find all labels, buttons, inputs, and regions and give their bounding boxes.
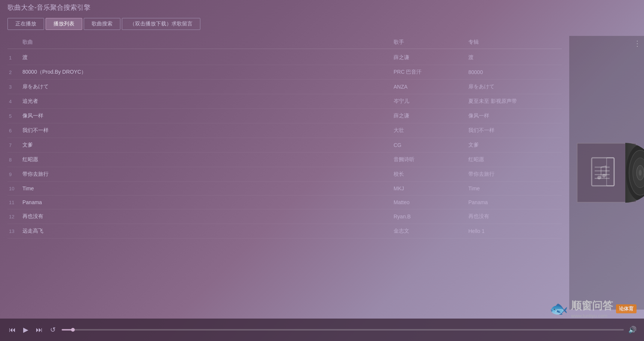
- row-song: 渡: [22, 54, 394, 61]
- row-song: 红昭愿: [22, 156, 394, 163]
- row-artist: CG: [394, 142, 468, 148]
- table-row[interactable]: 6 我们不一样 大壮 我们不一样: [7, 123, 562, 138]
- watermark-badge: 论体育: [616, 304, 637, 313]
- progress-bar[interactable]: [62, 329, 624, 331]
- row-album: 扉をあけて: [468, 83, 562, 90]
- watermark-sub-text: www.luntiyu.com: [571, 313, 613, 319]
- row-num: 10: [7, 186, 22, 191]
- row-num: 4: [7, 99, 22, 104]
- row-artist: 岑宁儿: [394, 98, 468, 105]
- main-layout: 歌曲 歌手 专辑 1 渡 薛之谦 渡 2 80000（Prod.By DROYC…: [0, 36, 644, 310]
- row-album: 红昭愿: [468, 156, 562, 163]
- table-row[interactable]: 2 80000（Prod.By DROYC） PRC 巴音汗 80000: [7, 65, 562, 80]
- table-row[interactable]: 11 Panama Matteo Panama: [7, 196, 562, 209]
- svg-point-6: [597, 176, 601, 179]
- progress-dot: [71, 328, 75, 332]
- row-album: Hello 1: [468, 228, 562, 234]
- vinyl-svg: [625, 143, 644, 203]
- row-num: 7: [7, 142, 22, 148]
- row-artist: 大壮: [394, 127, 468, 134]
- play-button[interactable]: ▶: [22, 324, 30, 335]
- row-artist: MKJ: [394, 185, 468, 191]
- table-row[interactable]: 12 再也没有 Ryan.B 再也没有: [7, 209, 562, 224]
- row-album: 再也没有: [468, 213, 562, 220]
- header-song: 歌曲: [22, 39, 394, 46]
- watermark-text: 顺窗问答 www.luntiyu.com: [571, 299, 613, 319]
- vinyl-disc: [625, 143, 644, 203]
- table-row[interactable]: 1 渡 薛之谦 渡: [7, 50, 562, 65]
- row-num: 13: [7, 228, 22, 234]
- header-num: [7, 39, 22, 46]
- row-num: 3: [7, 84, 22, 90]
- svg-point-15: [639, 170, 642, 176]
- row-song: 我们不一样: [22, 127, 394, 134]
- row-num: 8: [7, 157, 22, 163]
- row-album: 我们不一样: [468, 127, 562, 134]
- repeat-button[interactable]: ↺: [49, 324, 57, 335]
- row-num: 9: [7, 172, 22, 177]
- row-num: 1: [7, 55, 22, 61]
- row-num: 11: [7, 200, 22, 205]
- row-album: 像风一样: [468, 113, 562, 119]
- row-song: 扉をあけて: [22, 83, 394, 90]
- row-song: 再也没有: [22, 213, 394, 220]
- svg-point-9: [602, 174, 606, 178]
- row-num: 12: [7, 214, 22, 219]
- row-album: 80000: [468, 69, 562, 75]
- row-artist: 金志文: [394, 228, 468, 234]
- tab-download[interactable]: （双击播放下载）求歌留言: [122, 18, 200, 30]
- table-row[interactable]: 3 扉をあけて ANZA 扉をあけて: [7, 80, 562, 94]
- music-sheet-icon: [588, 154, 625, 191]
- row-num: 5: [7, 113, 22, 119]
- prev-button[interactable]: ⏮: [7, 325, 17, 335]
- header-artist: 歌手: [394, 39, 468, 46]
- row-album: 渡: [468, 54, 562, 61]
- next-button[interactable]: ⏭: [34, 325, 44, 335]
- app-title: 歌曲大全-音乐聚合搜索引擎: [0, 0, 644, 15]
- table-row[interactable]: 7 文爹 CG 文爹: [7, 138, 562, 153]
- row-song: 像风一样: [22, 113, 394, 119]
- row-song: 80000（Prod.By DROYC）: [22, 69, 394, 76]
- row-song: Panama: [22, 199, 394, 205]
- table-row[interactable]: 9 带你去旅行 校长 带你去旅行: [7, 167, 562, 182]
- tab-playlist[interactable]: 播放列表: [46, 18, 82, 30]
- table-row[interactable]: 5 像风一样 薛之谦 像风一样: [7, 109, 562, 123]
- svg-rect-0: [592, 158, 614, 186]
- table-row[interactable]: 8 红昭愿 音阙诗听 红昭愿: [7, 153, 562, 167]
- table-row[interactable]: 4 追光者 岑宁儿 夏至未至 影视原声带: [7, 94, 562, 109]
- row-artist: Matteo: [394, 199, 468, 205]
- nav-tabs-container: 正在播放 播放列表 歌曲搜索 （双击播放下载）求歌留言: [0, 15, 644, 36]
- row-artist: 校长: [394, 171, 468, 178]
- playlist-panel: 歌曲 歌手 专辑 1 渡 薛之谦 渡 2 80000（Prod.By DROYC…: [0, 36, 569, 310]
- table-row[interactable]: 13 远走高飞 金志文 Hello 1: [7, 224, 562, 239]
- row-song: 远走高飞: [22, 228, 394, 234]
- watermark-fish-icon: 🐟: [549, 300, 568, 317]
- row-album: 带你去旅行: [468, 171, 562, 178]
- row-artist: PRC 巴音汗: [394, 69, 468, 76]
- row-song: 追光者: [22, 98, 394, 105]
- row-album: Panama: [468, 199, 562, 205]
- player-controls: ⏮ ▶ ⏭ ↺ 🔊: [0, 319, 644, 341]
- row-album: 夏至未至 影视原声带: [468, 98, 562, 105]
- row-album: 文爹: [468, 142, 562, 148]
- row-artist: ANZA: [394, 84, 468, 90]
- row-song: 文爹: [22, 142, 394, 148]
- row-song: 带你去旅行: [22, 171, 394, 178]
- row-artist: 薛之谦: [394, 113, 468, 119]
- tab-now-playing[interactable]: 正在播放: [7, 18, 44, 30]
- row-song: Time: [22, 185, 394, 191]
- watermark-main-text: 顺窗问答: [571, 299, 613, 313]
- row-num: 2: [7, 70, 22, 75]
- tab-search[interactable]: 歌曲搜索: [84, 18, 120, 30]
- svg-rect-1: [607, 158, 614, 186]
- table-header: 歌曲 歌手 专辑: [7, 36, 562, 49]
- row-artist: 音阙诗听: [394, 156, 468, 163]
- menu-dots[interactable]: ⋮: [634, 39, 641, 48]
- table-row[interactable]: 10 Time MKJ Time: [7, 182, 562, 196]
- volume-icon[interactable]: 🔊: [628, 326, 637, 334]
- album-art-area: ⋮: [569, 36, 644, 310]
- row-album: Time: [468, 185, 562, 191]
- row-num: 6: [7, 128, 22, 133]
- row-artist: 薛之谦: [394, 54, 468, 61]
- watermark: 🐟 顺窗问答 www.luntiyu.com 论体育: [549, 299, 637, 319]
